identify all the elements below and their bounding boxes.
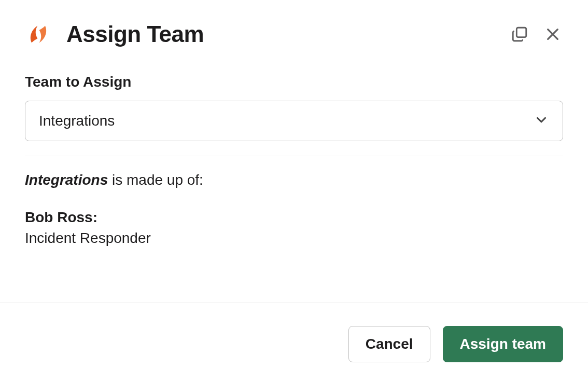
chevron-down-icon (534, 112, 549, 130)
divider (25, 156, 563, 156)
popout-icon[interactable] (509, 24, 530, 45)
assign-team-button[interactable]: Assign team (443, 326, 564, 362)
member-item: Bob Ross Incident Responder (25, 209, 563, 247)
member-role: Incident Responder (25, 230, 563, 247)
team-summary: Integrations is made up of: (25, 172, 563, 188)
modal-footer: Cancel Assign team (0, 303, 588, 382)
header-actions (509, 24, 563, 45)
summary-suffix: is made up of: (108, 172, 203, 188)
member-name-line: Bob Ross (25, 209, 563, 226)
team-field-label: Team to Assign (25, 74, 563, 90)
modal-body: Team to Assign Integrations Integrations… (0, 58, 588, 303)
team-select-value: Integrations (39, 113, 115, 129)
team-select[interactable]: Integrations (25, 101, 563, 141)
svg-rect-0 (516, 28, 526, 37)
close-icon[interactable] (542, 24, 563, 45)
member-list: Bob Ross Incident Responder (25, 209, 563, 247)
summary-team-name: Integrations (25, 172, 108, 188)
modal-header: Assign Team (0, 0, 588, 58)
modal-title: Assign Team (66, 21, 509, 47)
cancel-button[interactable]: Cancel (348, 326, 430, 362)
assign-team-modal: Assign Team Team to Assign Integrations (0, 0, 588, 382)
member-name: Bob Ross (25, 209, 97, 225)
app-logo-icon (25, 21, 52, 48)
